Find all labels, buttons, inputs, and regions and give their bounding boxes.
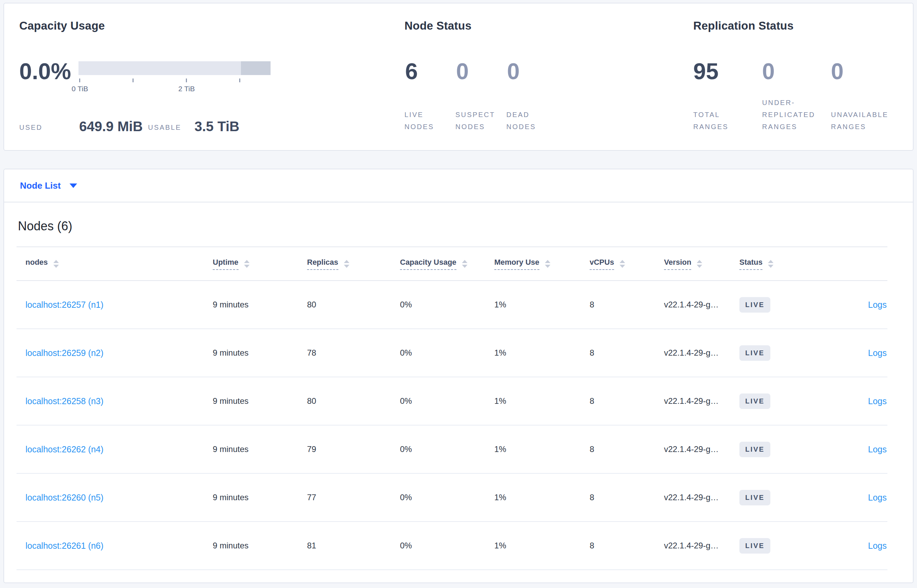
uptime-cell: 9 minutes [204,473,298,522]
replicas-cell: 80 [298,281,391,329]
suspect-nodes-label: SUSPECT NODES [455,109,495,133]
capacity-cell: 0% [391,473,485,522]
memory-cell: 1% [485,473,581,522]
node-list-dropdown[interactable]: Node List [20,180,77,191]
sort-icon [344,260,349,268]
sort-icon [462,260,467,268]
replicas-cell: 81 [298,522,391,570]
replicas-cell: 77 [298,473,391,522]
logs-link[interactable]: Logs [868,300,887,310]
node-link[interactable]: localhost:26262 (n4) [26,444,103,454]
under-replicated-ranges-count: 0 [762,60,775,82]
node-link[interactable]: localhost:26260 (n5) [26,493,103,502]
column-header-status[interactable]: Status [730,247,803,281]
table-row: localhost:26262 (n4) 9 minutes 79 0% 1% … [16,425,887,473]
cluster-summary-card: Capacity Usage 0.0% 0 TiB 2 TiB USED 649… [3,3,914,151]
capacity-usage-title: Capacity Usage [19,19,105,32]
axis-tick-label: 2 TiB [166,85,207,93]
sort-icon [244,260,250,268]
capacity-usage-bar [79,61,271,75]
axis-tick [239,79,240,82]
replicas-cell: 80 [298,377,391,425]
capacity-cell: 0% [391,281,485,329]
usable-label: USABLE [148,124,181,131]
table-row: localhost:26261 (n6) 9 minutes 81 0% 1% … [16,522,887,570]
capacity-cell: 0% [391,377,485,425]
vcpus-cell: 8 [581,377,655,425]
logs-link[interactable]: Logs [868,444,887,454]
logs-link[interactable]: Logs [868,541,887,551]
unavailable-ranges-count: 0 [831,60,844,82]
live-nodes-label: LIVE NODES [404,109,434,133]
nodes-card: Nodes (6) nodes Uptime Replicas [3,202,914,583]
version-cell: v22.1.4-29-g… [655,281,730,329]
uptime-cell: 9 minutes [204,425,298,473]
nodes-count-title: Nodes (6) [18,219,72,233]
axis-tick-label: 0 TiB [59,85,100,93]
table-row: localhost:26260 (n5) 9 minutes 77 0% 1% … [16,473,887,522]
nodes-table: nodes Uptime Replicas Capacity Usage Mem… [16,247,887,570]
column-header-capacity-usage[interactable]: Capacity Usage [391,247,485,281]
logs-link[interactable]: Logs [868,396,887,406]
capacity-usage-percent: 0.0% [19,60,71,82]
table-row: localhost:26258 (n3) 9 minutes 80 0% 1% … [16,377,887,425]
status-badge: LIVE [739,345,770,361]
version-cell: v22.1.4-29-g… [655,329,730,377]
axis-tick [79,79,80,82]
column-header-uptime[interactable]: Uptime [204,247,298,281]
capacity-cell: 0% [391,522,485,570]
suspect-nodes-count: 0 [456,60,469,82]
vcpus-cell: 8 [581,329,655,377]
memory-cell: 1% [485,522,581,570]
replicas-cell: 78 [298,329,391,377]
version-cell: v22.1.4-29-g… [655,473,730,522]
column-header-vcpus[interactable]: vCPUs [581,247,655,281]
capacity-cell: 0% [391,425,485,473]
unavailable-ranges-label: UNAVAILABLE RANGES [831,109,888,133]
vcpus-cell: 8 [581,522,655,570]
used-label: USED [19,124,43,131]
version-cell: v22.1.4-29-g… [655,377,730,425]
used-value: 649.9 MiB [79,119,143,134]
capacity-cell: 0% [391,329,485,377]
uptime-cell: 9 minutes [204,522,298,570]
vcpus-cell: 8 [581,425,655,473]
replicas-cell: 79 [298,425,391,473]
sort-icon [768,260,773,268]
memory-cell: 1% [485,329,581,377]
column-header-nodes[interactable]: nodes [16,247,204,281]
vcpus-cell: 8 [581,281,655,329]
capacity-usable-segment [241,61,271,75]
table-row: localhost:26259 (n2) 9 minutes 78 0% 1% … [16,329,887,377]
sort-icon [620,260,625,268]
status-badge: LIVE [739,297,770,313]
axis-tick [186,79,187,82]
status-badge: LIVE [739,394,770,409]
uptime-cell: 9 minutes [204,377,298,425]
node-status-title: Node Status [404,19,471,32]
usable-value: 3.5 TiB [194,119,239,134]
replication-status-title: Replication Status [693,19,793,32]
column-header-memory-use[interactable]: Memory Use [485,247,581,281]
dead-nodes-count: 0 [507,60,520,82]
view-selector-bar: Node List [3,169,914,202]
total-ranges-count: 95 [693,60,718,82]
node-link[interactable]: localhost:26258 (n3) [26,396,103,406]
node-link[interactable]: localhost:26259 (n2) [26,348,103,358]
logs-link[interactable]: Logs [868,493,887,502]
node-link[interactable]: localhost:26261 (n6) [26,541,103,551]
column-header-logs [803,247,887,281]
memory-cell: 1% [485,281,581,329]
memory-cell: 1% [485,425,581,473]
column-header-replicas[interactable]: Replicas [298,247,391,281]
under-replicated-ranges-label: UNDER- REPLICATED RANGES [762,97,815,133]
column-header-version[interactable]: Version [655,247,730,281]
table-header-row: nodes Uptime Replicas Capacity Usage Mem… [16,247,887,281]
logs-link[interactable]: Logs [868,348,887,358]
node-link[interactable]: localhost:26257 (n1) [26,300,103,310]
memory-cell: 1% [485,377,581,425]
node-list-dropdown-label: Node List [20,180,61,191]
table-row: localhost:26257 (n1) 9 minutes 80 0% 1% … [16,281,887,329]
version-cell: v22.1.4-29-g… [655,522,730,570]
sort-icon [697,260,702,268]
